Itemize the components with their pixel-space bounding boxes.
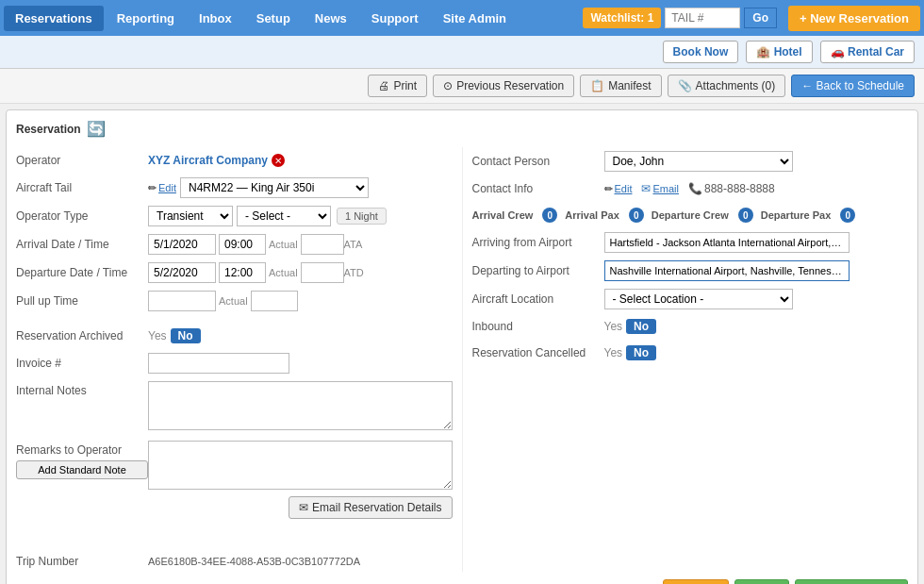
arrival-pax-label: Arrival Pax [565,209,619,221]
operator-type-select[interactable]: Transient [148,206,233,226]
pullup-input[interactable] [148,291,216,311]
nav-inbox[interactable]: Inbox [188,6,243,31]
nav-reporting[interactable]: Reporting [106,6,186,31]
nav-support[interactable]: Support [360,6,430,31]
back-to-schedule-button[interactable]: ← Back to Schedule [791,75,915,97]
print-icon: 🖨 [378,79,389,92]
go-button[interactable]: Go [744,8,777,28]
nav-reservations[interactable]: Reservations [4,6,104,31]
contact-email-icon: ✉ [641,182,651,195]
departing-to-label: Departing to Airport [472,264,604,277]
remarks-row: Remarks to Operator Add Standard Note ✉ … [16,437,453,523]
operator-label: Operator [16,154,148,167]
arrival-date-input[interactable] [148,234,216,255]
departure-crew-badge[interactable]: 0 [738,208,753,223]
phone-icon: 📞 [688,182,702,195]
contact-phone: 888-888-8888 [704,182,775,195]
cancel-button[interactable]: Cancel [663,579,728,584]
inbound-no-button[interactable]: No [626,319,656,334]
hotel-button[interactable]: 🏨 Hotel [746,41,812,63]
arriving-from-input[interactable] [604,232,850,253]
print-button[interactable]: 🖨 Print [368,75,427,97]
contact-info-row: Contact Info ✏ Edit ✉ Email 📞 888-888-88… [472,175,909,202]
contact-email-link[interactable]: Email [652,183,679,194]
attachment-icon: 📎 [678,79,692,92]
atd-label: ATD [344,267,364,278]
invoice-row: Invoice # [16,349,453,377]
email-reservation-details-button[interactable]: ✉ Email Reservation Details [289,496,452,519]
archived-row: Reservation Archived Yes No [16,323,453,349]
remove-operator-button[interactable]: ✕ [272,154,285,167]
action-buttons: Cancel Save Save And Close [16,572,908,584]
invoice-input[interactable] [148,353,289,374]
rental-car-button[interactable]: 🚗 Rental Car [820,41,915,63]
ata-label: ATA [344,239,363,250]
arrival-actual-input[interactable] [301,234,344,255]
cancelled-toggle: Yes No [604,345,657,360]
trip-number-row: Trip Number A6E6180B-34EE-4088-A53B-0C3B… [16,551,453,572]
arrival-time-input[interactable] [219,234,266,255]
cancelled-no-button[interactable]: No [626,345,656,360]
contact-person-select[interactable]: Doe, John [604,151,793,172]
pullup-label: Pull up Time [16,294,148,308]
operator-row: Operator XYZ Aircraft Company ✕ [16,147,453,174]
archived-yes-label: Yes [148,329,167,342]
pullup-actual-input[interactable] [251,291,298,311]
archived-toggle: Yes No [148,328,201,343]
new-reservation-button[interactable]: + New Reservation [788,6,920,31]
manifest-icon: 📋 [590,79,604,92]
aircraft-edit-link[interactable]: Edit [158,182,176,193]
departure-time-input[interactable] [219,262,266,283]
aircraft-tail-row: Aircraft Tail ✏ Edit N4RM22 — King Air 3… [16,174,453,202]
top-navigation: Reservations Reporting Inbox Setup News … [0,0,924,36]
second-bar: Book Now 🏨 Hotel 🚗 Rental Car [0,36,924,69]
departure-pax-badge[interactable]: 0 [840,208,855,223]
section-title: Reservation 🔄 [16,120,908,138]
refresh-icon[interactable]: 🔄 [87,120,106,138]
archived-no-button[interactable]: No [171,328,201,343]
departure-date-input[interactable] [148,262,216,283]
right-panel: Contact Person Doe, John Contact Info ✏ … [462,147,909,572]
aircraft-location-select[interactable]: - Select Location - [604,289,793,309]
operator-type-label: Operator Type [16,209,148,223]
night-badge: 1 Night [337,208,387,225]
contact-edit-link[interactable]: Edit [615,183,633,194]
tail-input[interactable] [665,8,740,28]
arriving-from-label: Arriving from Airport [472,236,604,249]
nav-site-admin[interactable]: Site Admin [432,6,518,31]
remarks-textarea[interactable] [148,441,453,490]
arrival-crew-badge[interactable]: 0 [542,208,557,223]
inbound-row: Inbound Yes No [472,313,909,340]
add-standard-note-button[interactable]: Add Standard Note [16,460,148,479]
book-now-button[interactable]: Book Now [663,41,739,63]
previous-reservation-button[interactable]: ⊙ Previous Reservation [433,75,574,97]
watchlist-button[interactable]: Watchlist: 1 [583,8,661,28]
save-button[interactable]: Save [734,579,789,584]
attachments-button[interactable]: 📎 Attachments (0) [668,75,786,97]
internal-notes-textarea[interactable] [148,381,453,430]
contact-person-row: Contact Person Doe, John [472,147,909,175]
trip-number-label: Trip Number [16,555,148,568]
cancelled-row: Reservation Cancelled Yes No [472,340,909,366]
cancelled-yes-label: Yes [604,346,623,359]
departure-actual-input[interactable] [301,262,344,283]
departing-to-input[interactable] [604,260,850,281]
manifest-button[interactable]: 📋 Manifest [580,75,661,97]
nav-news[interactable]: News [304,6,358,31]
save-and-close-button[interactable]: Save And Close [795,579,908,584]
main-content: Reservation 🔄 Operator XYZ Aircraft Comp… [6,109,918,584]
watchlist-area: Watchlist: 1 Go [583,8,777,28]
arrival-pax-badge[interactable]: 0 [629,208,644,223]
inbound-toggle: Yes No [604,319,657,334]
nav-setup[interactable]: Setup [245,6,302,31]
invoice-label: Invoice # [16,357,148,370]
arrival-actual-label: Actual [269,239,298,250]
select-secondary[interactable]: - Select - [237,206,331,226]
aircraft-select[interactable]: N4RM22 — King Air 350i [180,177,369,198]
archived-label: Reservation Archived [16,329,148,342]
previous-icon: ⊙ [443,79,453,92]
remarks-label: Remarks to Operator [16,441,148,457]
operator-value[interactable]: XYZ Aircraft Company [148,154,268,167]
arriving-from-row: Arriving from Airport [472,228,909,257]
aircraft-location-row: Aircraft Location - Select Location - [472,285,909,313]
